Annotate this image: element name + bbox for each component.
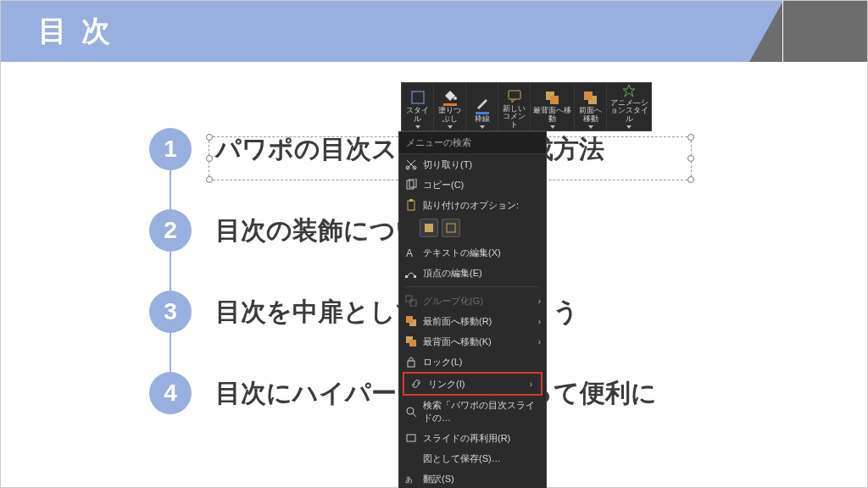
send-back-icon	[404, 335, 418, 348]
search-icon	[404, 405, 418, 419]
ctx-copy[interactable]: コピー(C)	[399, 175, 546, 195]
ctx-lock[interactable]: ロック(L)	[399, 352, 546, 372]
svg-rect-18	[406, 296, 412, 302]
bring-to-front-button[interactable]: 前面へ移動	[575, 83, 607, 130]
svg-text:A: A	[406, 247, 413, 258]
scissors-icon	[404, 158, 418, 171]
toc-number-badge: 2	[149, 209, 192, 252]
ctx-send-back[interactable]: 最背面へ移動(K)›	[399, 331, 546, 352]
bring-front-icon	[404, 314, 418, 328]
svg-rect-0	[412, 92, 424, 103]
svg-point-1	[453, 97, 457, 100]
title-bar: 目 次	[1, 1, 867, 62]
svg-rect-4	[550, 96, 559, 104]
mini-toolbar: スタイル 塗りつぶし 枠線 新しいコメント 最背面へ移動 前面へ移動 アニメ―シ…	[401, 82, 652, 131]
resize-handle[interactable]	[687, 176, 694, 183]
svg-rect-27	[407, 435, 415, 441]
fill-button[interactable]: 塗りつぶし	[434, 83, 466, 130]
new-comment-button[interactable]: 新しいコメント	[498, 83, 531, 130]
ctx-search-slide[interactable]: 検索「パワポの目次スライドの…	[399, 396, 546, 428]
ctx-link-highlighted[interactable]: リンク(I)›	[403, 372, 542, 396]
toc-number-badge: 3	[149, 291, 192, 333]
ctx-cut[interactable]: 切り取り(T)	[399, 154, 546, 175]
svg-rect-24	[408, 361, 415, 367]
svg-rect-19	[410, 300, 416, 306]
svg-rect-21	[406, 316, 413, 323]
ctx-group: グループ化(G)›	[399, 291, 546, 311]
star-icon	[620, 83, 637, 98]
copy-icon	[404, 178, 418, 191]
svg-rect-6	[584, 92, 593, 100]
ctx-bring-front[interactable]: 最前面へ移動(R)›	[399, 311, 546, 331]
ctx-save-as-picture[interactable]: 図として保存(S)…	[399, 448, 546, 469]
ctx-translate[interactable]: あ 翻訳(S)	[399, 469, 546, 488]
clipboard-icon	[404, 198, 418, 212]
svg-rect-12	[409, 199, 413, 202]
page-title: 目 次	[38, 12, 114, 51]
translate-icon: あ	[404, 472, 418, 485]
menu-search-input[interactable]: メニューの検索	[399, 132, 546, 154]
resize-handle[interactable]	[687, 134, 694, 141]
svg-rect-13	[425, 224, 433, 232]
edit-points-icon	[404, 266, 418, 280]
ctx-reuse-slide[interactable]: スライドの再利用(R)	[399, 428, 546, 448]
pen-icon	[474, 94, 491, 111]
svg-point-25	[407, 408, 414, 414]
toc-number-badge: 4	[149, 372, 192, 414]
comment-icon	[506, 87, 523, 104]
lock-icon	[404, 355, 418, 369]
animation-style-button[interactable]: アニメ―ションスタイル	[607, 83, 651, 130]
svg-rect-17	[414, 275, 416, 278]
context-menu: メニューの検索 切り取り(T) コピー(C) 貼り付けのオプション: A テキス…	[398, 131, 547, 488]
outline-button[interactable]: 枠線	[466, 83, 498, 130]
svg-rect-23	[409, 340, 416, 347]
svg-rect-2	[509, 91, 520, 99]
bucket-icon	[442, 86, 459, 103]
resize-handle[interactable]	[687, 155, 694, 162]
svg-rect-16	[405, 275, 408, 278]
link-icon	[409, 377, 423, 391]
edit-text-icon: A	[404, 246, 418, 259]
toc-number-badge: 1	[149, 128, 192, 170]
ctx-edit-text[interactable]: A テキストの編集(X)	[399, 242, 546, 263]
style-icon	[409, 89, 426, 106]
group-icon	[404, 294, 418, 308]
svg-line-26	[413, 413, 416, 417]
svg-text:あ: あ	[405, 475, 413, 484]
slide-icon	[404, 431, 418, 445]
paste-option-1[interactable]	[420, 219, 438, 237]
svg-rect-11	[408, 201, 415, 210]
svg-rect-14	[447, 224, 455, 232]
style-button[interactable]: スタイル	[402, 83, 434, 130]
bring-front-icon	[582, 89, 599, 106]
ctx-paste-options-label: 貼り付けのオプション:	[399, 195, 546, 215]
ctx-edit-points[interactable]: 頂点の編集(E)	[399, 263, 546, 283]
corner-decoration	[774, 1, 867, 62]
send-back-icon	[544, 89, 561, 106]
send-to-back-button[interactable]: 最背面へ移動	[531, 83, 575, 130]
paste-option-2[interactable]	[442, 219, 460, 237]
